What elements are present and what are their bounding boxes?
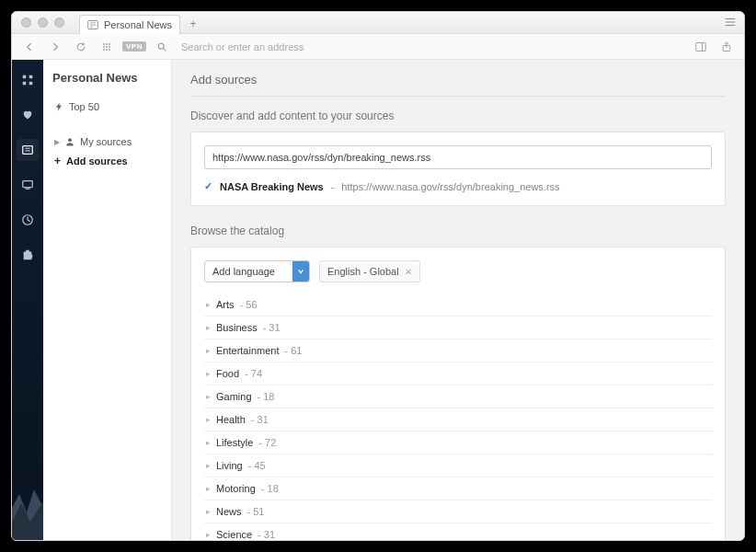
chevron-down-icon: [292, 261, 309, 282]
chevron-right-icon: ▸: [206, 438, 211, 447]
category-list: ▸Arts - 56▸Business - 31▸Entertainment -…: [204, 293, 712, 540]
page-title: Add sources: [190, 73, 726, 86]
maximize-window-button[interactable]: [54, 17, 64, 28]
sidebar: Personal News Top 50 ▶ My sources + Add …: [43, 60, 172, 540]
person-icon: [65, 137, 74, 146]
sidebar-toggle-button[interactable]: [691, 38, 711, 56]
forward-button[interactable]: [45, 38, 65, 56]
category-name: Entertainment: [216, 345, 279, 356]
chevron-right-icon: ▸: [206, 530, 211, 539]
icon-rail: [12, 60, 43, 540]
language-dropdown[interactable]: Add language: [204, 260, 310, 282]
category-name: Food: [216, 368, 239, 379]
close-window-button[interactable]: [21, 17, 31, 28]
address-bar[interactable]: Search or enter an address: [178, 41, 685, 52]
chevron-right-icon: ▸: [206, 392, 211, 401]
svg-line-17: [163, 48, 166, 51]
svg-rect-23: [29, 75, 33, 79]
reload-button[interactable]: [71, 38, 91, 56]
svg-rect-30: [25, 189, 29, 190]
category-count: - 72: [258, 437, 276, 448]
sidebar-item-top50[interactable]: Top 50: [52, 98, 162, 116]
category-row[interactable]: ▸Food - 74: [204, 362, 712, 385]
chip-label: English - Global: [327, 266, 399, 277]
speed-dial-button[interactable]: [97, 38, 117, 56]
chevron-right-icon: ▸: [206, 323, 211, 332]
category-name: Health: [216, 414, 246, 425]
sidebar-item-add-sources[interactable]: + Add sources: [52, 151, 162, 171]
rail-extensions[interactable]: [17, 244, 39, 266]
sidebar-item-label: Add sources: [66, 155, 128, 167]
plus-icon: +: [54, 155, 61, 167]
window-controls: [12, 17, 74, 28]
result-sep: -: [331, 181, 335, 192]
category-count: - 31: [263, 322, 281, 333]
svg-point-8: [106, 43, 108, 45]
category-name: Arts: [216, 299, 235, 310]
wallpaper-decoration: [12, 457, 43, 540]
app-menu-button[interactable]: [724, 16, 737, 29]
browser-tab[interactable]: Personal News: [79, 15, 180, 34]
search-result[interactable]: ✓ NASA Breaking News - https://www.nasa.…: [204, 180, 712, 192]
result-name: NASA Breaking News: [220, 181, 324, 192]
category-row[interactable]: ▸Lifestyle - 72: [204, 431, 712, 454]
category-name: Gaming: [216, 391, 252, 402]
rail-news[interactable]: [17, 139, 39, 161]
back-button[interactable]: [19, 38, 40, 56]
rail-speed-dial[interactable]: [17, 69, 39, 91]
chevron-right-icon: ▸: [206, 346, 211, 355]
category-name: Motoring: [216, 483, 256, 494]
share-button[interactable]: [716, 38, 737, 56]
category-name: News: [216, 506, 242, 517]
category-count: - 74: [245, 368, 262, 379]
chevron-right-icon: ▸: [206, 369, 211, 378]
chevron-right-icon: ▶: [54, 138, 60, 146]
svg-rect-24: [23, 82, 27, 86]
category-row[interactable]: ▸Business - 31: [204, 316, 712, 339]
category-count: - 18: [258, 391, 275, 402]
rail-favorites[interactable]: [17, 104, 39, 126]
toolbar: VPN Search or enter an address: [12, 34, 744, 60]
category-name: Living: [216, 460, 243, 471]
category-count: - 61: [284, 345, 302, 356]
catalog-card: Add language English - Global ✕ ▸Arts - …: [190, 247, 726, 540]
new-tab-button[interactable]: +: [180, 15, 206, 33]
language-chip[interactable]: English - Global ✕: [319, 260, 420, 282]
category-row[interactable]: ▸News - 51: [204, 500, 712, 523]
divider: [190, 96, 726, 97]
category-count: - 56: [240, 299, 258, 310]
category-row[interactable]: ▸Motoring - 18: [204, 477, 712, 500]
tabstrip: Personal News +: [79, 12, 206, 33]
svg-point-10: [103, 46, 105, 48]
category-row[interactable]: ▸Entertainment - 61: [204, 339, 712, 362]
svg-point-14: [106, 49, 108, 51]
svg-point-11: [106, 46, 108, 48]
minimize-window-button[interactable]: [38, 17, 48, 28]
category-count: - 31: [258, 529, 275, 540]
main-pane: Add sources Discover and add content to …: [172, 60, 744, 540]
category-count: - 45: [248, 460, 266, 471]
category-row[interactable]: ▸Gaming - 18: [204, 385, 712, 408]
browse-title: Browse the catalog: [190, 224, 726, 237]
checkmark-icon: ✓: [204, 180, 212, 192]
category-row[interactable]: ▸Health - 31: [204, 408, 712, 431]
chevron-right-icon: ▸: [206, 415, 211, 424]
category-row[interactable]: ▸Arts - 56: [204, 293, 712, 316]
svg-rect-26: [23, 146, 33, 155]
sidebar-item-my-sources[interactable]: ▶ My sources: [52, 132, 162, 151]
source-url-input[interactable]: [204, 145, 712, 169]
result-url: https://www.nasa.gov/rss/dyn/breaking_ne…: [341, 181, 559, 192]
svg-point-15: [109, 49, 110, 51]
svg-point-12: [109, 46, 110, 48]
titlebar: Personal News +: [12, 12, 744, 34]
svg-point-9: [109, 43, 110, 45]
rail-flow[interactable]: [17, 174, 39, 196]
category-row[interactable]: ▸Living - 45: [204, 454, 712, 477]
svg-rect-29: [23, 181, 33, 188]
discover-card: ✓ NASA Breaking News - https://www.nasa.…: [190, 132, 726, 206]
vpn-badge[interactable]: VPN: [122, 41, 146, 52]
remove-chip-icon[interactable]: ✕: [405, 267, 412, 277]
category-count: - 18: [261, 483, 279, 494]
rail-history[interactable]: [17, 209, 39, 231]
category-row[interactable]: ▸Science - 31: [204, 523, 712, 540]
